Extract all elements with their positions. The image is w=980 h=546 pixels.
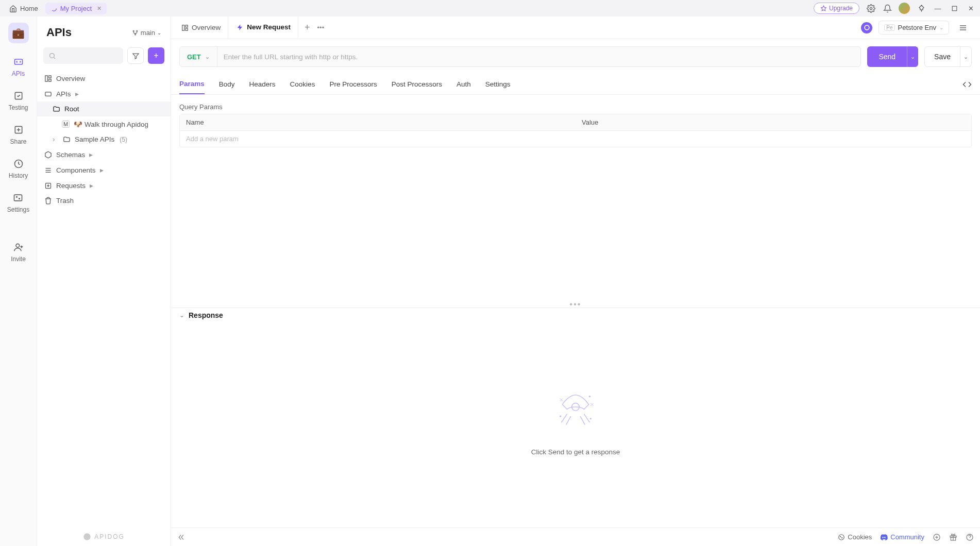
svg-rect-2 bbox=[952, 6, 957, 11]
help-icon[interactable] bbox=[966, 533, 974, 541]
save-button[interactable]: Save bbox=[924, 46, 960, 67]
maximize-button[interactable] bbox=[949, 3, 959, 13]
filter-button[interactable] bbox=[127, 47, 144, 64]
tree-root[interactable]: Root bbox=[37, 101, 171, 116]
param-add-row[interactable]: Add a new param bbox=[180, 131, 971, 147]
svg-point-13 bbox=[134, 33, 136, 35]
subtab-params[interactable]: Params bbox=[179, 74, 205, 94]
titlebar-tab-home[interactable]: Home bbox=[4, 3, 43, 14]
query-params-label: Query Params bbox=[179, 100, 972, 114]
subtab-auth[interactable]: Auth bbox=[457, 74, 471, 94]
project-label: My Project bbox=[60, 5, 92, 12]
subtab-cookies[interactable]: Cookies bbox=[290, 74, 315, 94]
upgrade-button[interactable]: Upgrade bbox=[814, 3, 859, 14]
response-title: Response bbox=[189, 311, 223, 319]
workspace-logo[interactable]: 💼 bbox=[8, 23, 29, 43]
subtab-body[interactable]: Body bbox=[219, 74, 235, 94]
sidebar-title: APIs bbox=[46, 26, 72, 39]
layout-icon bbox=[44, 75, 52, 82]
add-button[interactable]: + bbox=[148, 47, 164, 64]
caret-icon[interactable]: › bbox=[53, 135, 59, 143]
response-empty-message: Click Send to get a response bbox=[531, 448, 620, 456]
tree-sample-apis[interactable]: › Sample APIs (5) bbox=[37, 132, 171, 147]
collapse-sidebar-button[interactable] bbox=[177, 533, 185, 541]
minimize-button[interactable]: — bbox=[933, 3, 943, 13]
svg-point-8 bbox=[16, 197, 18, 198]
folder-icon bbox=[63, 135, 71, 143]
tree-walkthrough[interactable]: M 🐶 Walk through Apidog bbox=[37, 116, 171, 132]
env-selector[interactable]: Pe Petstore Env ⌄ bbox=[878, 21, 949, 35]
code-icon[interactable] bbox=[962, 80, 972, 89]
components-icon bbox=[44, 166, 52, 174]
bell-icon[interactable] bbox=[882, 3, 892, 13]
hamburger-icon[interactable] bbox=[955, 24, 971, 32]
gear-icon[interactable] bbox=[866, 3, 876, 13]
env-toggle[interactable] bbox=[861, 22, 872, 33]
svg-rect-7 bbox=[14, 195, 22, 201]
subtab-settings[interactable]: Settings bbox=[485, 74, 511, 94]
sidebar-brand: APIDOG bbox=[37, 527, 171, 546]
col-value: Value bbox=[576, 114, 971, 130]
send-dropdown[interactable]: ⌄ bbox=[907, 46, 918, 67]
save-dropdown[interactable]: ⌄ bbox=[960, 46, 972, 67]
rail-item-history[interactable]: History bbox=[9, 158, 28, 179]
splitter-handle[interactable]: ••• bbox=[171, 301, 980, 308]
chevron-down-icon: ⌄ bbox=[157, 30, 161, 36]
response-body: Click Send to get a response bbox=[171, 322, 980, 528]
svg-point-12 bbox=[136, 30, 137, 31]
pin-icon[interactable] bbox=[916, 3, 926, 13]
svg-point-10 bbox=[16, 244, 20, 247]
method-selector[interactable]: GET ⌄ bbox=[180, 47, 217, 66]
svg-rect-18 bbox=[45, 92, 51, 96]
caret-icon: ▸ bbox=[75, 90, 81, 98]
col-name: Name bbox=[180, 114, 576, 130]
subtab-headers[interactable]: Headers bbox=[249, 74, 276, 94]
footer-community[interactable]: Community bbox=[880, 533, 924, 541]
rail-item-invite[interactable]: Invite bbox=[11, 241, 26, 263]
subtab-postprocessors[interactable]: Post Processors bbox=[392, 74, 442, 94]
svg-point-14 bbox=[50, 53, 55, 58]
svg-point-27 bbox=[560, 416, 561, 417]
tab-menu-button[interactable]: ••• bbox=[317, 24, 325, 31]
tree-components[interactable]: Components ▸ bbox=[37, 162, 171, 178]
new-tab-button[interactable]: + bbox=[305, 22, 310, 33]
rail-item-testing[interactable]: Testing bbox=[8, 90, 28, 111]
subtab-preprocessors[interactable]: Pre Processors bbox=[329, 74, 377, 94]
svg-point-1 bbox=[870, 7, 872, 9]
send-button[interactable]: Send bbox=[867, 46, 907, 67]
rail-item-share[interactable]: Share bbox=[10, 124, 26, 145]
discord-icon bbox=[880, 533, 888, 541]
close-button[interactable]: ✕ bbox=[966, 3, 976, 13]
tab-overview[interactable]: Overview bbox=[174, 16, 228, 39]
trash-icon bbox=[44, 197, 52, 204]
bolt-icon bbox=[236, 24, 244, 31]
gift-icon[interactable] bbox=[949, 533, 957, 541]
chevron-down-icon[interactable]: ⌄ bbox=[179, 312, 184, 319]
tree-trash[interactable]: Trash bbox=[37, 193, 171, 208]
titlebar: Home My Project ✕ Upgrade — ✕ bbox=[0, 0, 980, 16]
footer-cookies[interactable]: Cookies bbox=[838, 533, 872, 541]
search-input[interactable] bbox=[43, 47, 123, 64]
sidebar: APIs main ⌄ + Overview bbox=[37, 16, 171, 546]
tree-requests[interactable]: Requests ▸ bbox=[37, 178, 171, 193]
tree-schemas[interactable]: Schemas ▸ bbox=[37, 147, 171, 162]
svg-point-0 bbox=[51, 6, 56, 11]
tree-apis[interactable]: APIs ▸ bbox=[37, 86, 171, 101]
close-icon[interactable]: ✕ bbox=[97, 5, 102, 12]
rail-item-settings[interactable]: Settings bbox=[7, 192, 29, 213]
url-input[interactable] bbox=[217, 47, 861, 66]
tab-new-request[interactable]: New Request bbox=[229, 16, 298, 39]
titlebar-tab-project[interactable]: My Project ✕ bbox=[45, 3, 107, 14]
history-icon bbox=[12, 158, 25, 170]
avatar[interactable] bbox=[899, 3, 910, 14]
branch-selector[interactable]: main ⌄ bbox=[132, 29, 161, 37]
apidog-logo-icon bbox=[83, 533, 91, 541]
rail-item-apis[interactable]: APIs bbox=[12, 56, 25, 77]
response-header: ⌄ Response bbox=[171, 308, 980, 322]
rocket-icon bbox=[547, 383, 604, 440]
chevron-down-icon: ⌄ bbox=[205, 54, 210, 60]
tree-overview[interactable]: Overview bbox=[37, 71, 171, 86]
caret-icon: ▸ bbox=[89, 150, 95, 159]
apis-icon bbox=[44, 90, 52, 98]
add-circle-icon[interactable] bbox=[933, 533, 941, 541]
